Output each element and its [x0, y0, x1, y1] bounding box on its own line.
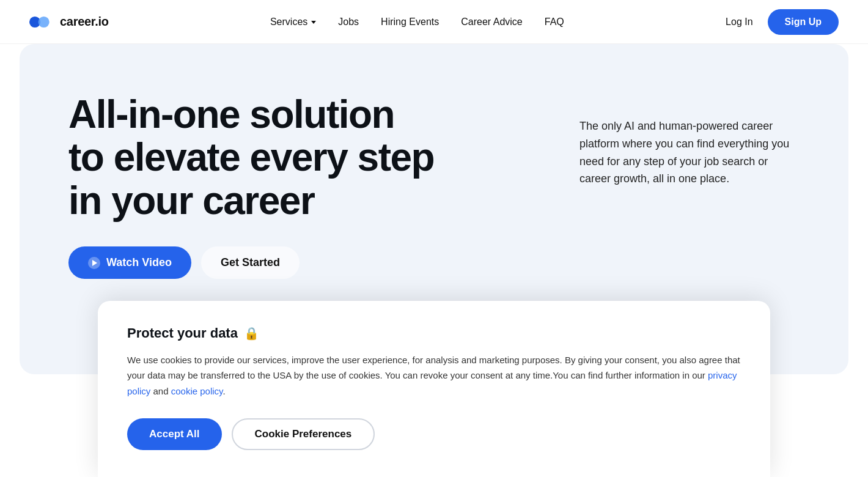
cookie-actions: Accept All Cookie Preferences	[127, 418, 741, 450]
nav-hiring-events[interactable]: Hiring Events	[381, 17, 439, 28]
navbar: career.io Services Jobs Hiring Events Ca…	[0, 0, 868, 44]
play-triangle	[92, 260, 97, 266]
nav-actions: Log In Sign Up	[726, 9, 839, 35]
logo-text: career.io	[60, 15, 109, 29]
cookie-policy-link[interactable]: cookie policy	[171, 386, 223, 396]
hero-actions: Watch Video Get Started	[68, 246, 509, 279]
nav-career-advice[interactable]: Career Advice	[461, 17, 523, 28]
play-icon	[88, 257, 100, 269]
cookie-body: We use cookies to provide our services, …	[127, 352, 741, 399]
nav-jobs[interactable]: Jobs	[338, 17, 359, 28]
hero-title: All-in-one solution to elevate every ste…	[68, 93, 509, 222]
signup-button[interactable]: Sign Up	[768, 9, 839, 35]
get-started-button[interactable]: Get Started	[201, 246, 300, 279]
chevron-down-icon	[311, 21, 316, 24]
hero-description: The only AI and human-powered career pla…	[579, 117, 800, 188]
svg-point-1	[39, 16, 50, 27]
cookie-banner: Protect your data 🔒 We use cookies to pr…	[98, 301, 770, 478]
logo[interactable]: career.io	[29, 13, 109, 31]
hero-content: All-in-one solution to elevate every ste…	[68, 93, 509, 279]
nav-services[interactable]: Services	[270, 17, 316, 28]
watch-video-button[interactable]: Watch Video	[68, 246, 191, 279]
nav-links: Services Jobs Hiring Events Career Advic…	[270, 17, 564, 28]
logo-icon	[29, 13, 54, 31]
lock-icon: 🔒	[244, 326, 259, 341]
cookie-preferences-button[interactable]: Cookie Preferences	[232, 418, 375, 450]
cookie-banner-title: Protect your data 🔒	[127, 325, 741, 341]
nav-faq[interactable]: FAQ	[545, 17, 564, 28]
login-button[interactable]: Log In	[726, 17, 752, 28]
accept-all-button[interactable]: Accept All	[127, 418, 222, 450]
